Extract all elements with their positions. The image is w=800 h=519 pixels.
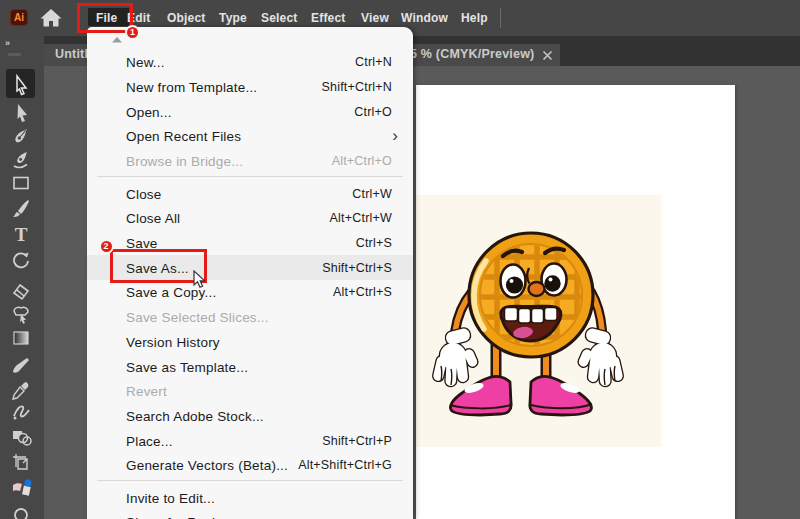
svg-text:T: T [15, 224, 28, 245]
